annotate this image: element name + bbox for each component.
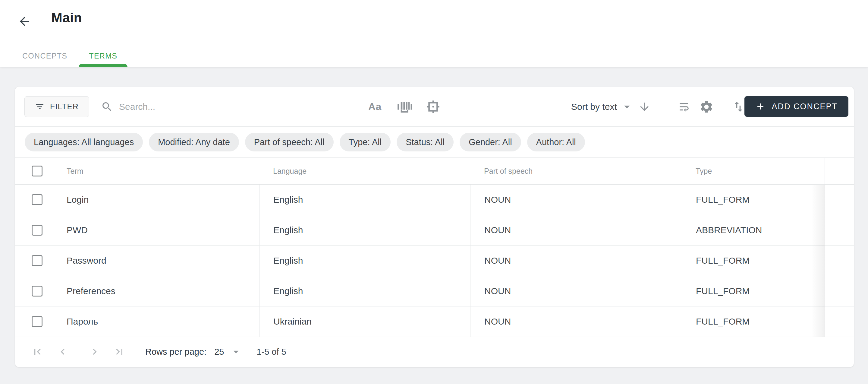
filter-icon	[35, 102, 44, 112]
chip-modified[interactable]: Modified: Any date	[149, 133, 239, 151]
row-checkbox[interactable]	[32, 225, 42, 236]
rows-per-page-label: Rows per page:	[145, 347, 207, 357]
row-checkbox[interactable]	[32, 194, 42, 205]
table-row[interactable]: Пароль Ukrainian NOUN FULL_FORM	[15, 306, 854, 337]
tab-terms[interactable]: TERMS	[79, 45, 127, 67]
type-cell: FULL_FORM	[696, 317, 749, 327]
column-header-language: Language	[273, 167, 307, 176]
term-cell: PWD	[67, 225, 88, 235]
part-of-speech-cell: NOUN	[484, 225, 511, 235]
header-cell-language: Language	[259, 158, 470, 184]
language-cell: Ukrainian	[273, 317, 312, 327]
column-header-type: Type	[695, 167, 712, 176]
type-cell: FULL_FORM	[696, 256, 749, 266]
previous-page-icon[interactable]	[57, 346, 69, 358]
header-cell-type: Type	[682, 158, 825, 184]
search-input[interactable]	[119, 102, 288, 112]
chip-status[interactable]: Status: All	[397, 133, 454, 151]
plus-icon	[755, 101, 766, 112]
barcode-scan-icon[interactable]	[397, 87, 413, 127]
row-checkbox[interactable]	[32, 286, 42, 297]
chip-type[interactable]: Type: All	[340, 133, 391, 151]
select-all-checkbox[interactable]	[32, 166, 42, 176]
language-cell: English	[273, 225, 303, 235]
import-export-icon[interactable]	[732, 87, 745, 127]
term-cell: Password	[67, 256, 106, 266]
sort-caret-down-icon[interactable]	[620, 87, 633, 127]
table-row[interactable]: Password English NOUN FULL_FORM	[15, 245, 854, 276]
language-cell: English	[273, 286, 303, 296]
filter-button-label: FILTER	[50, 102, 79, 111]
terms-panel: FILTER Aa	[15, 87, 854, 367]
table-row[interactable]: Preferences English NOUN FULL_FORM	[15, 276, 854, 306]
pagination-bar: Rows per page: 25 1-5 of 5	[15, 337, 854, 366]
row-spacer-cell	[825, 306, 854, 337]
match-case-icon[interactable]: Aa	[368, 87, 381, 127]
app-header: Main CONCEPTS TERMS	[0, 0, 868, 67]
filter-chips-row: Languages: All languages Modified: Any d…	[15, 127, 854, 158]
part-of-speech-cell: NOUN	[484, 256, 511, 266]
pagination-range: 1-5 of 5	[256, 347, 286, 357]
tab-terms-label: TERMS	[89, 52, 117, 60]
terminology-app: { "page": { "title": "Main" }, "tabs": {…	[0, 0, 868, 384]
term-cell: Login	[67, 195, 89, 205]
language-cell: English	[273, 256, 303, 266]
terms-toolbar: FILTER Aa	[15, 87, 854, 127]
part-of-speech-cell: NOUN	[484, 286, 511, 296]
term-cell: Preferences	[67, 286, 116, 296]
row-spacer-cell	[825, 215, 854, 245]
header-cell-part-of-speech: Part of speech	[470, 158, 682, 184]
add-concept-button[interactable]: ADD CONCEPT	[744, 96, 848, 117]
last-page-icon[interactable]	[113, 346, 125, 358]
rows-per-page-value[interactable]: 25	[214, 347, 224, 357]
page-title: Main	[51, 10, 82, 25]
type-cell: ABBREVIATION	[696, 225, 762, 235]
table-header: Term Language Part of speech Type	[15, 158, 854, 185]
header-cell-spacer	[825, 158, 854, 184]
row-checkbox[interactable]	[32, 255, 42, 266]
search-box	[101, 96, 288, 117]
header-cell-term: Term	[15, 158, 259, 184]
type-cell: FULL_FORM	[696, 286, 749, 296]
term-cell: Пароль	[67, 317, 98, 327]
row-spacer-cell	[825, 276, 854, 306]
first-page-icon[interactable]	[31, 346, 43, 358]
wrap-text-icon[interactable]	[678, 87, 690, 127]
tab-concepts[interactable]: CONCEPTS	[12, 45, 78, 67]
part-of-speech-cell: NOUN	[484, 195, 511, 205]
sort-direction-arrow-down-icon[interactable]	[638, 87, 651, 127]
table-row[interactable]: Login English NOUN FULL_FORM	[15, 185, 854, 215]
chip-languages[interactable]: Languages: All languages	[25, 133, 143, 151]
chip-gender[interactable]: Gender: All	[460, 133, 521, 151]
chip-part-of-speech[interactable]: Part of speech: All	[245, 133, 334, 151]
row-spacer-cell	[825, 185, 854, 215]
add-concept-label: ADD CONCEPT	[772, 102, 838, 111]
chip-author[interactable]: Author: All	[527, 133, 585, 151]
table-row[interactable]: PWD English NOUN ABBREVIATION	[15, 215, 854, 245]
settings-gear-icon[interactable]	[699, 87, 714, 127]
next-page-icon[interactable]	[89, 346, 101, 358]
focus-frame-icon[interactable]	[426, 87, 440, 127]
match-case-label: Aa	[368, 101, 381, 113]
language-cell: English	[273, 195, 303, 205]
type-cell: FULL_FORM	[696, 195, 749, 205]
sort-by-label: Sort by text	[571, 102, 617, 112]
search-icon	[101, 101, 113, 113]
column-header-part-of-speech: Part of speech	[484, 167, 532, 176]
sort-by-select[interactable]: Sort by text	[571, 87, 617, 127]
column-header-term: Term	[67, 167, 84, 176]
row-spacer-cell	[825, 245, 854, 276]
rows-per-page-caret-icon[interactable]	[230, 346, 242, 358]
tab-concepts-label: CONCEPTS	[22, 52, 67, 60]
filter-button[interactable]: FILTER	[24, 96, 89, 117]
part-of-speech-cell: NOUN	[484, 317, 511, 327]
tab-bar: CONCEPTS TERMS	[12, 45, 127, 67]
row-checkbox[interactable]	[32, 316, 42, 327]
back-icon[interactable]	[18, 14, 31, 28]
active-tab-indicator	[79, 64, 127, 67]
